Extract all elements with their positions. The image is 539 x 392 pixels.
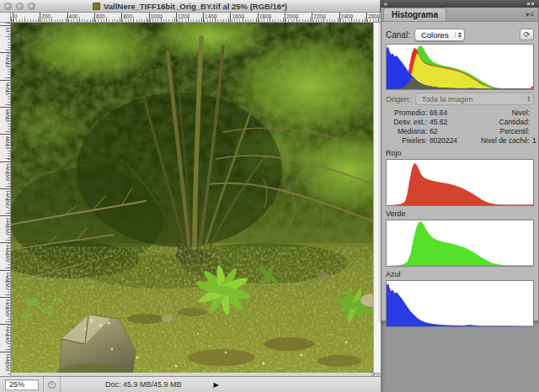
panel-tab-bar: Histograma ▾≡ bbox=[382, 8, 538, 22]
tab-histograma[interactable]: Histograma bbox=[383, 8, 446, 21]
traffic-lights bbox=[4, 3, 35, 10]
source-label: Origen: bbox=[386, 95, 411, 103]
histogram-layer-rojo bbox=[387, 163, 533, 205]
stat-value bbox=[532, 118, 536, 127]
collapse-dock-icon[interactable] bbox=[527, 3, 536, 5]
ruler-corner[interactable] bbox=[0, 13, 11, 23]
refresh-histogram-button[interactable]: ⟳ bbox=[520, 29, 534, 40]
stat-label: Nivel: bbox=[470, 109, 532, 118]
ruler-tick-label: 2600 bbox=[366, 13, 380, 23]
green-histogram-plot bbox=[386, 220, 534, 267]
stat-label: Cantidad: bbox=[470, 118, 532, 127]
source-row: Origen: Toda la imagen bbox=[386, 93, 534, 105]
red-section-label: Rojo bbox=[386, 149, 534, 157]
ruler-tick-label: 200 bbox=[40, 13, 51, 23]
stat-value: 1 bbox=[532, 136, 536, 146]
stat-value: 62 bbox=[430, 127, 470, 136]
minimize-button[interactable] bbox=[16, 3, 24, 10]
stat-value: 66.64 bbox=[430, 109, 470, 118]
statistics-block: Promedio: 66.64 Nivel: Desv. est.: 45.62… bbox=[386, 109, 534, 146]
window-title: VallNere_TIFF16bit_Orig_BY.tif al 25% (R… bbox=[104, 2, 287, 11]
ruler-tick-label: 2400 bbox=[339, 13, 353, 23]
panel-dock: Histograma ▾≡ Canal: Colores ⟳ Origen: T… bbox=[381, 0, 539, 392]
ruler-tick-label: 2000 bbox=[285, 13, 298, 23]
ruler-tick-label: 1400 bbox=[0, 215, 10, 234]
source-dropdown[interactable]: Toda la imagen bbox=[415, 93, 534, 105]
status-bar: 25% Doc: 45.9 MB/45.9 MB ▶ bbox=[0, 376, 381, 392]
statusbar-divider bbox=[43, 377, 44, 392]
statusbar-flyout-button[interactable]: ▶ bbox=[214, 381, 219, 389]
panel-menu-icon[interactable]: ▾≡ bbox=[526, 11, 535, 19]
stat-label: Promedio: bbox=[386, 109, 430, 118]
ruler-tick-label: 600 bbox=[0, 107, 10, 121]
zoom-level-input[interactable]: 25% bbox=[5, 379, 39, 390]
ruler-tick-label: 1800 bbox=[0, 270, 10, 289]
ruler-tick-label: 800 bbox=[0, 134, 10, 148]
statusbar-divider bbox=[60, 377, 61, 392]
ruler-tick-label: 2000 bbox=[0, 297, 10, 315]
stat-label: Mediana: bbox=[386, 127, 430, 136]
photo-forest-scene bbox=[11, 23, 373, 373]
channel-row: Canal: Colores ⟳ bbox=[386, 27, 534, 42]
ruler-tick-label: 400 bbox=[0, 80, 10, 94]
dropdown-arrows-icon bbox=[455, 32, 462, 38]
ruler-tick-label: 1000 bbox=[149, 13, 163, 23]
stat-value: 8020224 bbox=[430, 136, 470, 146]
ruler-tick-label: 2400 bbox=[0, 352, 10, 370]
ruler-tick-label: 1200 bbox=[176, 13, 189, 23]
ruler-tick-label: 0 bbox=[13, 13, 18, 23]
colors-histogram-plot bbox=[386, 44, 534, 90]
dock-header[interactable] bbox=[381, 0, 539, 8]
histogram-panel: Histograma ▾≡ Canal: Colores ⟳ Origen: T… bbox=[381, 8, 539, 321]
status-clock-icon bbox=[48, 381, 56, 389]
histogram-layer-azul bbox=[387, 283, 533, 326]
ruler-tick-label: 0 bbox=[0, 25, 10, 31]
red-histogram-plot bbox=[386, 159, 534, 206]
document-size-info: Doc: 45.9 MB/45.9 MB bbox=[105, 380, 182, 389]
green-section-label: Verde bbox=[386, 209, 534, 218]
stat-value bbox=[532, 127, 536, 136]
ruler-tick-label: 1200 bbox=[0, 188, 10, 207]
stat-label: Nivel de caché: bbox=[470, 136, 532, 146]
ruler-tick-label: 2200 bbox=[0, 324, 10, 342]
window-titlebar[interactable]: VallNere_TIFF16bit_Orig_BY.tif al 25% (R… bbox=[0, 0, 380, 13]
ruler-tick-label: 2200 bbox=[312, 13, 325, 23]
channel-label: Canal: bbox=[386, 30, 410, 40]
blue-histogram-plot bbox=[386, 280, 534, 327]
stat-label: Pixeles: bbox=[386, 136, 430, 146]
ruler-tick-label: 1800 bbox=[258, 13, 271, 23]
ruler-tick-label: 600 bbox=[94, 13, 105, 23]
ruler-tick-label: 1600 bbox=[0, 242, 10, 261]
close-button[interactable] bbox=[4, 3, 12, 10]
channel-value: Colores bbox=[421, 30, 452, 40]
document-proxy-icon bbox=[93, 3, 100, 10]
zoom-window-button[interactable] bbox=[28, 3, 35, 10]
ruler-tick-label: 200 bbox=[0, 52, 10, 66]
source-value: Toda la imagen bbox=[422, 95, 522, 103]
blue-section-label: Azul bbox=[386, 270, 534, 278]
ruler-tick-label: 1400 bbox=[203, 13, 216, 23]
title-group: VallNere_TIFF16bit_Orig_BY.tif al 25% (R… bbox=[0, 2, 380, 11]
document-window: VallNere_TIFF16bit_Orig_BY.tif al 25% (R… bbox=[0, 0, 381, 392]
panel-content: Canal: Colores ⟳ Origen: Toda la imagen … bbox=[382, 22, 538, 327]
ruler-tick-label: 1000 bbox=[0, 162, 10, 180]
channel-dropdown[interactable]: Colores bbox=[414, 29, 465, 41]
stat-value bbox=[532, 109, 536, 118]
dock-dot-icon bbox=[384, 3, 387, 6]
vertical-scrollbar[interactable] bbox=[373, 23, 381, 373]
histogram-layer-verde bbox=[387, 221, 533, 266]
horizontal-ruler[interactable]: 0200400600800100012001400160018002000220… bbox=[11, 13, 381, 23]
image-canvas[interactable] bbox=[11, 23, 373, 373]
stat-label: Desv. est.: bbox=[386, 118, 430, 127]
ruler-tick-label: 1600 bbox=[230, 13, 243, 23]
stat-label: Percentil: bbox=[470, 127, 532, 136]
vertical-ruler[interactable]: 0200400600800100012001400160018002000220… bbox=[0, 23, 11, 376]
ruler-tick-label: 800 bbox=[121, 13, 132, 23]
stat-value: 45.62 bbox=[430, 118, 470, 127]
dropdown-arrows-icon bbox=[525, 96, 531, 102]
ruler-tick-label: 400 bbox=[67, 13, 78, 23]
